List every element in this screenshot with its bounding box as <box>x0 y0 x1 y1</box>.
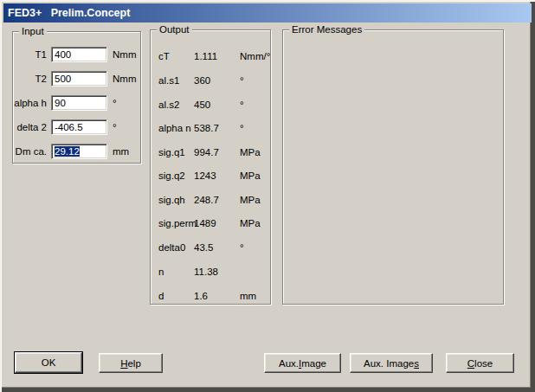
d-value: 1.6 <box>194 289 208 303</box>
als2-name: al.s2 <box>158 98 179 112</box>
dm-ca-unit: mm <box>113 144 129 159</box>
ct-unit: Nmm/° <box>240 49 270 63</box>
output-row-sigperm: sig.perm 1489 MPa <box>151 216 270 230</box>
sigperm-unit: MPa <box>240 216 261 230</box>
alpha-h-label: alpha h <box>13 95 47 111</box>
als2-unit: ° <box>240 98 244 112</box>
sigq2-name: sig.q2 <box>158 169 185 183</box>
t2-unit: Nmm <box>113 71 136 87</box>
output-row-alpha-n: alpha n 538.7 ° <box>151 121 270 135</box>
title-bar[interactable]: FED3+ Prelim.Concept <box>3 3 532 22</box>
dm-ca-field[interactable]: 29.12 <box>51 144 107 159</box>
alpha-n-name: alpha n <box>158 121 191 135</box>
d-unit: mm <box>240 289 256 303</box>
aux-images-button[interactable]: Aux. Images <box>350 353 433 373</box>
dm-ca-selected-text: 29.12 <box>55 146 80 157</box>
delta-2-label: delta 2 <box>13 119 47 135</box>
output-group-label: Output <box>157 23 192 35</box>
output-row-sigq1: sig.q1 994.7 MPa <box>151 145 270 159</box>
ct-value: 1.111 <box>194 49 217 63</box>
output-row-sigqh: sig.qh 248.7 MPa <box>151 193 270 207</box>
input-row-dm-ca: Dm ca. 29.12 mm <box>13 144 140 159</box>
output-group: Output cT 1.111 Nmm/° al.s1 360 ° al.s2 … <box>150 29 271 305</box>
sigperm-value: 1489 <box>194 216 216 230</box>
input-row-alpha-h: alpha h ° <box>13 95 140 111</box>
output-row-d: d 1.6 mm <box>151 289 270 303</box>
t1-unit: Nmm <box>113 47 136 62</box>
ct-name: cT <box>158 49 170 63</box>
t2-label: T2 <box>13 71 47 87</box>
sigq1-name: sig.q1 <box>158 145 185 159</box>
alpha-n-value: 538.7 <box>194 121 219 135</box>
input-row-t2: T2 Nmm <box>13 71 140 87</box>
alpha-h-field[interactable] <box>51 95 107 111</box>
output-row-als1: al.s1 360 ° <box>151 74 270 87</box>
t1-field[interactable] <box>51 47 107 62</box>
input-row-delta-2: delta 2 ° <box>13 119 140 135</box>
alpha-n-unit: ° <box>240 121 244 135</box>
ok-button-default-ring: OK <box>14 351 83 374</box>
sigq1-value: 994.7 <box>194 145 219 159</box>
sigperm-name: sig.perm <box>158 216 197 230</box>
delta-2-field[interactable] <box>51 119 107 135</box>
als1-unit: ° <box>240 74 244 87</box>
output-row-n: n 11.38 <box>151 265 270 279</box>
sigqh-value: 248.7 <box>194 193 219 207</box>
input-group: Input T1 Nmm T2 Nmm alpha h ° delta 2 ° … <box>12 31 141 164</box>
output-row-sigq2: sig.q2 1243 MPa <box>151 169 270 183</box>
t1-label: T1 <box>13 47 47 62</box>
als1-name: al.s1 <box>158 74 179 87</box>
n-value: 11.38 <box>194 265 218 279</box>
sigqh-unit: MPa <box>240 193 261 207</box>
alpha-h-unit: ° <box>113 95 117 111</box>
help-button[interactable]: Help <box>99 353 163 373</box>
input-row-t1: T1 Nmm <box>13 47 140 62</box>
error-messages-group-label: Error Messages <box>289 23 364 35</box>
delta0-unit: ° <box>240 241 244 254</box>
error-messages-group: Error Messages <box>282 29 504 305</box>
window-title: FED3+ Prelim.Concept <box>3 7 130 19</box>
dialog-window: FED3+ Prelim.Concept Input T1 Nmm T2 Nmm… <box>0 0 535 392</box>
d-name: d <box>158 289 164 303</box>
dm-ca-label: Dm ca. <box>13 144 47 159</box>
sigqh-name: sig.qh <box>158 193 185 207</box>
output-row-ct: cT 1.111 Nmm/° <box>151 49 270 63</box>
n-name: n <box>158 265 164 279</box>
sigq2-value: 1243 <box>194 169 216 183</box>
t2-field[interactable] <box>51 71 107 87</box>
delta-2-unit: ° <box>113 119 117 135</box>
output-row-als2: al.s2 450 ° <box>151 98 270 112</box>
aux-image-button[interactable]: Aux. Image <box>264 353 341 373</box>
als2-value: 450 <box>194 98 210 112</box>
input-group-label: Input <box>19 25 47 37</box>
close-button[interactable]: Close <box>446 353 514 373</box>
als1-value: 360 <box>194 74 210 87</box>
sigq1-unit: MPa <box>240 145 261 159</box>
delta0-value: 43.5 <box>194 241 213 254</box>
output-row-delta0: delta0 43.5 ° <box>151 241 270 254</box>
delta0-name: delta0 <box>158 241 185 254</box>
ok-button[interactable]: OK <box>15 352 82 373</box>
sigq2-unit: MPa <box>240 169 261 183</box>
